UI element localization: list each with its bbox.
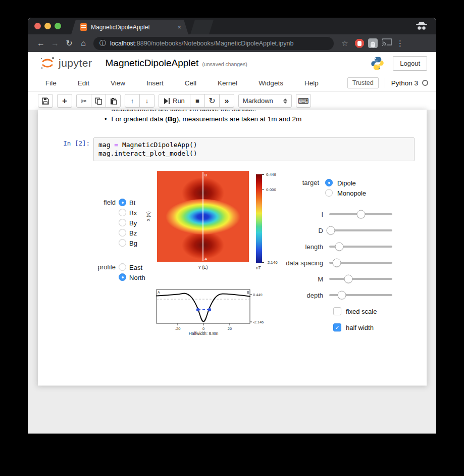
checkbox-fixed-scale[interactable] [333, 307, 341, 315]
radio-field-bz[interactable] [119, 229, 126, 236]
browser-tab[interactable]: MagneticDipoleApplet × [71, 20, 188, 34]
browser-menu-icon[interactable]: ⋮ [396, 39, 404, 48]
profile-right-label: B [247, 291, 249, 294]
interrupt-kernel-button[interactable]: ■ [190, 94, 205, 108]
notebook-background: • Measurements are taken 1m above the su… [28, 110, 436, 434]
keyboard-icon: ⌨ [298, 97, 309, 106]
tab-close-icon[interactable]: × [177, 23, 181, 31]
python-logo-icon [370, 56, 385, 71]
add-cell-button[interactable]: + [57, 94, 72, 108]
bullet-icon: • [105, 110, 107, 113]
site-info-icon[interactable]: ⓘ [99, 39, 106, 48]
minimize-window-button[interactable] [44, 23, 51, 29]
radio-field-by-label[interactable]: By [129, 219, 137, 227]
back-icon[interactable]: ← [34, 39, 48, 48]
adblocker-extension-icon[interactable] [355, 39, 364, 48]
radio-field-bx[interactable] [119, 209, 126, 216]
checkbox-fixed-scale-label[interactable]: fixed scale [346, 308, 377, 315]
restart-icon: ↻ [209, 96, 215, 106]
halfwidth-caption: Halfwidth: 8.8m [189, 331, 219, 336]
radio-target-dipole[interactable] [325, 179, 333, 186]
restart-kernel-button[interactable]: ↻ [204, 94, 220, 108]
stop-icon: ■ [195, 97, 199, 105]
slider-data-spacing-handle[interactable] [333, 259, 341, 267]
move-cell-up-button[interactable]: ↑ [125, 94, 140, 108]
browser-window: MagneticDipoleApplet × ← → ↻ ⌂ ⓘ localho… [28, 18, 436, 434]
cast-icon[interactable] [382, 38, 392, 49]
map-xlabel: Y (E) [198, 265, 208, 270]
new-tab-button[interactable] [190, 20, 214, 34]
slider-d-handle[interactable] [326, 226, 335, 235]
menu-view[interactable]: View [111, 79, 125, 87]
menu-cell[interactable]: Cell [185, 79, 196, 87]
zoom-window-button[interactable] [55, 23, 61, 29]
profile-xtick: -20 [175, 326, 181, 331]
radio-field-by[interactable] [119, 219, 126, 226]
slider-depth[interactable] [329, 294, 392, 296]
plus-icon: + [62, 96, 67, 106]
radio-field-bx-label[interactable]: Bx [129, 209, 137, 217]
menu-edit[interactable]: Edit [78, 79, 89, 87]
arrow-up-icon: ↑ [131, 97, 134, 105]
radio-field-bt[interactable] [119, 199, 126, 206]
slider-m-handle[interactable] [344, 275, 352, 283]
slider-depth-handle[interactable] [338, 291, 346, 300]
reload-icon[interactable]: ↻ [62, 38, 76, 48]
radio-field-bg-label[interactable]: Bg [129, 240, 137, 247]
target-group-label: target [285, 179, 319, 186]
radio-profile-north[interactable] [119, 273, 126, 281]
notebook-title[interactable]: MagneticDipoleApplet [106, 58, 199, 69]
logout-button[interactable]: Logout [393, 56, 427, 71]
slider-d[interactable] [329, 229, 392, 231]
menu-insert[interactable]: Insert [146, 79, 164, 87]
slider-data-spacing[interactable] [329, 262, 392, 264]
colorbar-tick [262, 189, 264, 190]
bookmark-star-icon[interactable]: ☆ [339, 39, 351, 48]
cell-type-select[interactable]: Markdown [238, 94, 292, 108]
menu-widgets[interactable]: Widgets [259, 79, 283, 87]
move-cell-down-button[interactable]: ↓ [139, 94, 154, 108]
notebook-menubar: File Edit View Insert Cell Kernel Widget… [28, 74, 436, 92]
slider-m[interactable] [329, 278, 392, 280]
radio-field-bt-label[interactable]: Bt [129, 199, 135, 207]
run-icon [164, 98, 170, 104]
ghostery-extension-icon[interactable] [368, 38, 378, 48]
checkbox-half-width-label[interactable]: half width [346, 324, 374, 331]
slider-i-handle[interactable] [356, 210, 365, 219]
checkbox-half-width[interactable]: ✓ [333, 323, 341, 331]
trusted-badge[interactable]: Trusted [347, 77, 379, 88]
menu-divider [385, 78, 385, 88]
radio-target-monopole-label[interactable]: Monopole [337, 189, 366, 197]
save-button[interactable] [38, 94, 53, 108]
radio-target-monopole[interactable] [325, 189, 333, 197]
paste-cell-button[interactable] [106, 94, 121, 108]
slider-i[interactable] [329, 213, 392, 215]
slider-length-handle[interactable] [335, 243, 344, 251]
jupyter-wordmark[interactable]: jupyter [59, 57, 92, 69]
paste-icon [110, 98, 117, 105]
restart-run-all-button[interactable]: » [219, 94, 234, 108]
radio-profile-east[interactable] [119, 263, 126, 271]
incognito-icon [415, 21, 428, 31]
menu-file[interactable]: File [45, 79, 57, 87]
cut-cell-button[interactable]: ✂ [76, 94, 91, 108]
slider-i-label: I [250, 211, 323, 218]
radio-field-bz-label[interactable]: Bz [129, 229, 137, 237]
command-palette-button[interactable]: ⌨ [296, 94, 311, 108]
close-window-button[interactable] [34, 23, 41, 29]
radio-field-bg[interactable] [119, 239, 126, 247]
run-button[interactable]: Run [159, 94, 190, 108]
menu-help[interactable]: Help [304, 79, 319, 87]
home-icon[interactable]: ⌂ [76, 39, 90, 48]
colorbar-tick [262, 174, 264, 175]
radio-profile-east-label[interactable]: East [129, 264, 142, 271]
copy-cell-button[interactable] [91, 94, 106, 108]
forward-icon[interactable]: → [48, 39, 62, 48]
slider-length[interactable] [329, 246, 392, 248]
menu-kernel[interactable]: Kernel [218, 79, 237, 87]
address-bar[interactable]: ⓘ localhost:8890/notebooks/Notebooks/Mag… [93, 37, 334, 50]
code-cell-input[interactable]: mag = MagneticDipoleApp() mag.interact_p… [93, 137, 415, 161]
jupyter-logo-icon[interactable] [39, 55, 56, 71]
radio-target-dipole-label[interactable]: Dipole [337, 179, 356, 187]
radio-profile-north-label[interactable]: North [129, 274, 145, 281]
